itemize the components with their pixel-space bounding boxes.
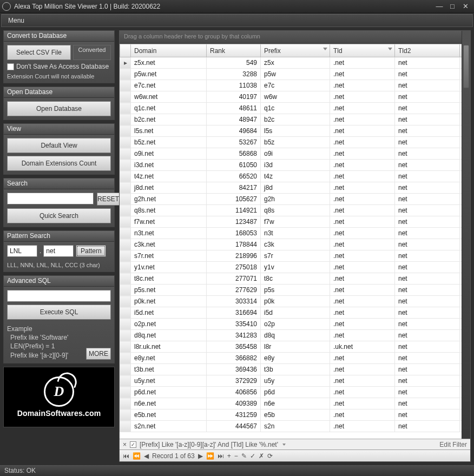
- table-row[interactable]: q8s.net114921q8s.netnet: [120, 205, 470, 216]
- cell-rank[interactable]: 341283: [207, 330, 261, 341]
- cell-rank[interactable]: 49684: [207, 125, 261, 137]
- cell-prefix[interactable]: c3k: [261, 239, 330, 250]
- cell-prefix[interactable]: b2c: [261, 114, 330, 125]
- table-row[interactable]: i3d.net61050i3d.netnet: [120, 160, 470, 171]
- cell-domain[interactable]: q1c.net: [131, 103, 207, 114]
- edit-filter-button[interactable]: Edit Filter: [439, 441, 467, 448]
- table-row[interactable]: g2h.net105627g2h.netnet: [120, 194, 470, 205]
- pattern-button[interactable]: Pattern: [76, 245, 106, 257]
- cell-tld[interactable]: .uk.net: [330, 341, 395, 353]
- table-row[interactable]: s7r.net218996s7r.netnet: [120, 250, 470, 262]
- vertical-scrollbar[interactable]: [462, 31, 470, 439]
- cell-tld[interactable]: .net: [330, 387, 395, 398]
- cell-domain[interactable]: t8c.net: [131, 273, 207, 285]
- table-row[interactable]: n6e.net409389n6e.netnet: [120, 398, 470, 409]
- table-row[interactable]: e7c.net11038e7c.netnet: [120, 80, 470, 91]
- cell-prefix[interactable]: e8y: [261, 353, 330, 364]
- execute-sql-button[interactable]: Execute SQL: [7, 305, 111, 320]
- cell-domain[interactable]: p5w.net: [131, 69, 207, 80]
- nav-next-page-icon[interactable]: ⏩: [205, 452, 215, 460]
- close-icon[interactable]: ✕: [459, 2, 472, 10]
- cell-tld[interactable]: .net: [330, 353, 395, 364]
- filter-icon[interactable]: [388, 48, 392, 50]
- cell-domain[interactable]: b2c.net: [131, 114, 207, 125]
- cell-rank[interactable]: 40197: [207, 91, 261, 103]
- cell-domain[interactable]: p6d.net: [131, 387, 207, 398]
- cell-prefix[interactable]: f7w: [261, 216, 330, 228]
- cell-prefix[interactable]: n6e: [261, 398, 330, 409]
- cell-rank[interactable]: 444567: [207, 421, 261, 432]
- cell-tld[interactable]: .net: [330, 137, 395, 148]
- cell-rank[interactable]: 3288: [207, 69, 261, 80]
- table-row[interactable]: q1c.net48611q1c.netnet: [120, 103, 470, 114]
- cell-tld2[interactable]: net: [395, 69, 460, 80]
- cell-rank[interactable]: 365458: [207, 341, 261, 353]
- cell-tld2[interactable]: net: [395, 421, 460, 432]
- cell-domain[interactable]: g2h.net: [131, 194, 207, 205]
- cell-tld2[interactable]: net: [395, 319, 460, 330]
- table-row[interactable]: y1v.net275018y1v.netnet: [120, 262, 470, 273]
- nav-refresh-icon[interactable]: ⟳: [266, 452, 274, 460]
- scrollbar-thumb[interactable]: [463, 45, 469, 88]
- cell-domain[interactable]: j8d.net: [131, 182, 207, 194]
- reset-button[interactable]: RESET: [97, 193, 120, 206]
- cell-domain[interactable]: f7w.net: [131, 216, 207, 228]
- cell-rank[interactable]: 431259: [207, 409, 261, 421]
- cell-prefix[interactable]: n3t: [261, 228, 330, 239]
- cell-tld[interactable]: .net: [330, 160, 395, 171]
- cell-tld2[interactable]: net: [395, 205, 460, 216]
- cell-tld2[interactable]: net: [395, 285, 460, 296]
- cell-rank[interactable]: 366882: [207, 353, 261, 364]
- cell-rank[interactable]: 66520: [207, 171, 261, 182]
- cell-tld[interactable]: .net: [330, 148, 395, 160]
- cell-rank[interactable]: 11038: [207, 80, 261, 91]
- col-header-domain[interactable]: Domain: [131, 44, 207, 57]
- cell-tld2[interactable]: net: [395, 307, 460, 319]
- search-input[interactable]: [7, 193, 94, 204]
- table-row[interactable]: b5z.net53267b5z.netnet: [120, 137, 470, 148]
- cell-domain[interactable]: t4z.net: [131, 171, 207, 182]
- cell-tld[interactable]: .net: [330, 398, 395, 409]
- cell-tld2[interactable]: net: [395, 91, 460, 103]
- table-row[interactable]: p6d.net406856p6d.netnet: [120, 387, 470, 398]
- nav-first-icon[interactable]: ⏮: [122, 452, 130, 460]
- cell-tld2[interactable]: net: [395, 57, 460, 69]
- cell-tld2[interactable]: net: [395, 171, 460, 182]
- cell-rank[interactable]: 275018: [207, 262, 261, 273]
- cell-domain[interactable]: s2n.net: [131, 421, 207, 432]
- cell-prefix[interactable]: b5z: [261, 137, 330, 148]
- cell-domain[interactable]: e5b.net: [131, 409, 207, 421]
- cell-tld2[interactable]: net: [395, 239, 460, 250]
- cell-tld[interactable]: .net: [330, 216, 395, 228]
- filter-close-icon[interactable]: ×: [123, 441, 127, 448]
- nav-add-icon[interactable]: +: [226, 452, 232, 460]
- cell-domain[interactable]: e8y.net: [131, 353, 207, 364]
- col-header-rank[interactable]: Rank: [207, 44, 261, 57]
- nav-prev-page-icon[interactable]: ⏪: [131, 452, 142, 460]
- cell-prefix[interactable]: i5d: [261, 307, 330, 319]
- sql-input[interactable]: [7, 290, 111, 302]
- table-row[interactable]: t4z.net66520t4z.netnet: [120, 171, 470, 182]
- cell-prefix[interactable]: l8r: [261, 341, 330, 353]
- cell-domain[interactable]: i5d.net: [131, 307, 207, 319]
- cell-rank[interactable]: 335410: [207, 319, 261, 330]
- group-by-bar[interactable]: Drag a column header here to group by th…: [120, 31, 470, 44]
- cell-tld[interactable]: .net: [330, 103, 395, 114]
- cell-tld[interactable]: .net: [330, 114, 395, 125]
- cell-rank[interactable]: 409389: [207, 398, 261, 409]
- cell-prefix[interactable]: d8q: [261, 330, 330, 341]
- cell-tld[interactable]: .net: [330, 319, 395, 330]
- col-header-prefix[interactable]: Prefix: [261, 44, 330, 57]
- cell-tld2[interactable]: net: [395, 375, 460, 387]
- table-row[interactable]: d8q.net341283d8q.netnet: [120, 330, 470, 341]
- nav-last-icon[interactable]: ⏭: [216, 452, 225, 460]
- cell-rank[interactable]: 168053: [207, 228, 261, 239]
- nav-cancel-icon[interactable]: ✗: [258, 452, 265, 460]
- cell-domain[interactable]: y1v.net: [131, 262, 207, 273]
- table-row[interactable]: e5b.net431259e5b.netnet: [120, 409, 470, 421]
- cell-rank[interactable]: 114921: [207, 205, 261, 216]
- nav-edit-icon[interactable]: ✎: [240, 452, 248, 460]
- cell-tld[interactable]: .net: [330, 307, 395, 319]
- cell-tld[interactable]: .net: [330, 296, 395, 307]
- cell-tld[interactable]: .net: [330, 285, 395, 296]
